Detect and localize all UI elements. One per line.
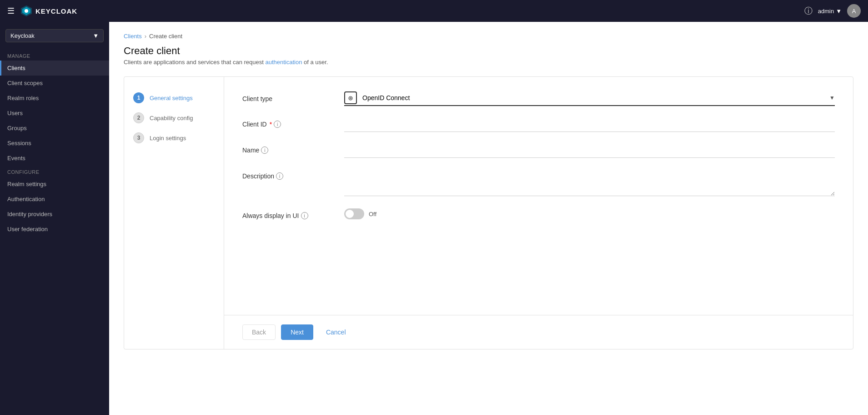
sidebar-item-user-federation-label: User federation	[7, 226, 48, 233]
client-id-required-marker: *	[270, 121, 272, 128]
sidebar-item-clients[interactable]: Clients	[0, 61, 109, 76]
realm-name: Keycloak	[10, 32, 35, 39]
configure-section-label: Configure	[0, 166, 109, 177]
logo-text: KEYCLOAK	[35, 7, 77, 15]
client-id-info-icon[interactable]: i	[274, 121, 281, 128]
realm-selector[interactable]: Keycloak ▼	[5, 29, 104, 42]
top-navbar: ☰ KEYCLOAK ⓘ admin ▼ A	[0, 0, 868, 22]
sidebar-item-client-scopes-label: Client scopes	[7, 80, 43, 86]
back-button[interactable]: Back	[242, 324, 276, 340]
step-2-number: 2	[133, 112, 144, 123]
logo-area: KEYCLOAK	[20, 5, 77, 17]
step-1-general-settings[interactable]: 1 General settings	[124, 88, 224, 108]
always-display-toggle[interactable]	[344, 208, 364, 219]
client-type-select[interactable]: OpenID Connect SAML	[361, 91, 829, 104]
client-type-label: Client type	[242, 95, 333, 102]
name-label: Name i	[242, 147, 333, 154]
sidebar-item-events[interactable]: Events	[0, 151, 109, 166]
sidebar-item-user-federation[interactable]: User federation	[0, 222, 109, 237]
avatar: A	[847, 4, 861, 18]
always-display-toggle-row: Off	[344, 208, 835, 219]
client-id-row: Client ID * i	[242, 117, 835, 132]
toggle-slider	[344, 208, 364, 219]
cancel-button[interactable]: Cancel	[319, 325, 353, 339]
hamburger-icon[interactable]: ☰	[7, 6, 15, 16]
breadcrumb-separator: ›	[145, 33, 146, 40]
description-info-icon[interactable]: i	[276, 172, 283, 180]
sidebar-item-authentication[interactable]: Authentication	[0, 192, 109, 207]
content-area: Clients › Create client Create client Cl…	[109, 22, 868, 415]
svg-point-2	[25, 9, 28, 13]
sidebar-item-realm-roles[interactable]: Realm roles	[0, 91, 109, 106]
sidebar-item-client-scopes[interactable]: Client scopes	[0, 76, 109, 91]
step-2-capability-config[interactable]: 2 Capability config	[124, 108, 224, 128]
sidebar-item-identity-providers[interactable]: Identity providers	[0, 207, 109, 222]
client-type-select-wrapper: ◎ OpenID Connect SAML ▼	[344, 91, 835, 106]
sidebar-item-realm-settings[interactable]: Realm settings	[0, 177, 109, 192]
keycloak-logo-icon	[20, 5, 33, 17]
realm-selector-arrow: ▼	[93, 32, 99, 39]
always-display-info-icon[interactable]: i	[301, 212, 308, 219]
name-info-icon[interactable]: i	[261, 147, 268, 154]
client-id-input[interactable]	[344, 117, 835, 132]
breadcrumb: Clients › Create client	[124, 33, 853, 40]
always-display-state: Off	[369, 211, 376, 218]
sidebar-item-events-label: Events	[7, 155, 25, 162]
sidebar-item-sessions[interactable]: Sessions	[0, 136, 109, 151]
sidebar-item-users-label: Users	[7, 110, 23, 116]
sidebar-item-sessions-label: Sessions	[7, 140, 31, 147]
help-icon[interactable]: ⓘ	[804, 5, 813, 16]
action-bar: Back Next Cancel	[224, 315, 853, 349]
description-row: Description i	[242, 169, 835, 197]
sidebar-item-realm-settings-label: Realm settings	[7, 181, 46, 187]
next-button[interactable]: Next	[281, 324, 313, 340]
steps-sidebar: 1 General settings 2 Capability config 3	[124, 77, 224, 349]
manage-section-label: Manage	[0, 50, 109, 61]
admin-dropdown-arrow: ▼	[836, 8, 842, 15]
step-1-number: 1	[133, 92, 144, 103]
form-area: Client type ◎ OpenID Connect SAML ▼	[224, 77, 853, 315]
sidebar-item-clients-label: Clients	[7, 65, 25, 71]
breadcrumb-current: Create client	[149, 33, 182, 40]
client-id-label: Client ID * i	[242, 121, 333, 128]
page-subtitle: Clients are applications and services th…	[124, 59, 853, 66]
client-type-row: Client type ◎ OpenID Connect SAML ▼	[242, 91, 835, 106]
breadcrumb-clients-link[interactable]: Clients	[124, 33, 142, 40]
description-input[interactable]	[344, 169, 835, 196]
sidebar-item-identity-providers-label: Identity providers	[7, 211, 52, 218]
step-3-login-settings[interactable]: 3 Login settings	[124, 128, 224, 148]
sidebar-item-groups-label: Groups	[7, 125, 27, 132]
name-row: Name i	[242, 143, 835, 158]
sidebar-item-realm-roles-label: Realm roles	[7, 95, 39, 101]
client-type-chevron-icon: ▼	[829, 95, 835, 101]
sidebar-item-users[interactable]: Users	[0, 106, 109, 121]
admin-dropdown[interactable]: admin ▼	[818, 8, 842, 15]
authentication-link[interactable]: authentication	[265, 59, 302, 66]
sidebar-item-authentication-label: Authentication	[7, 196, 45, 202]
description-label: Description i	[242, 172, 333, 180]
always-display-label: Always display in UI i	[242, 212, 333, 219]
step-2-label: Capability config	[150, 115, 193, 121]
admin-label: admin	[818, 8, 834, 15]
step-3-number: 3	[133, 132, 144, 143]
always-display-row: Always display in UI i	[242, 208, 835, 219]
sidebar-item-groups[interactable]: Groups	[0, 121, 109, 136]
name-input[interactable]	[344, 143, 835, 158]
client-type-icon: ◎	[344, 91, 357, 104]
step-3-label: Login settings	[150, 135, 186, 142]
page-title: Create client	[124, 45, 853, 57]
sidebar: Keycloak ▼ Manage Clients Client scopes …	[0, 22, 109, 415]
step-1-label: General settings	[150, 95, 193, 101]
wizard-container: 1 General settings 2 Capability config 3	[124, 76, 853, 349]
